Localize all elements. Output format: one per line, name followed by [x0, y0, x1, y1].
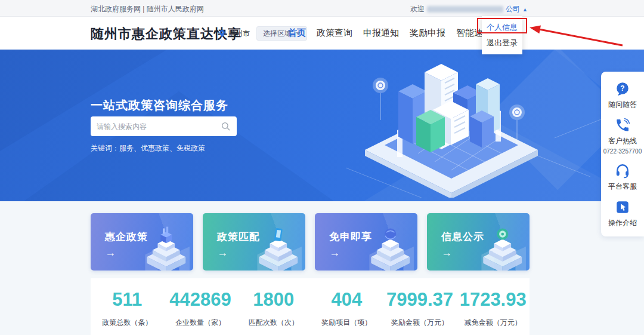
topbar: 湖北政府服务网 | 随州市人民政府网 欢迎 公司 ▲	[0, 0, 644, 17]
gov-site-links[interactable]: 湖北政府服务网 | 随州市人民政府网	[91, 4, 204, 14]
hero-banner: 一站式政策咨询综合服务 关键词：服务、优惠政策、免税政策	[0, 50, 644, 201]
arrow-right-icon: →	[329, 247, 340, 259]
nav-item-policy-search[interactable]: 政策查询	[317, 27, 352, 39]
stat-label: 企业数量（家）	[175, 318, 225, 328]
location-group: 随州市	[218, 29, 250, 39]
service-qa-label: 随问随答	[608, 100, 637, 110]
phone-icon	[615, 118, 630, 133]
card-pyramid-illustration	[247, 222, 304, 271]
stat-reduction-amount: 1723.93 减免金额（万元）	[456, 289, 530, 328]
chevron-up-icon: ▲	[522, 7, 528, 13]
stat-reward-projects: 404 奖励项目（项）	[310, 289, 383, 328]
stat-value: 7999.37	[386, 289, 453, 311]
service-platform-support[interactable]: 平台客服	[608, 163, 637, 192]
stat-value: 404	[331, 289, 362, 311]
menu-item-profile[interactable]: 个人信息	[482, 20, 522, 35]
arrow-right-icon: →	[105, 247, 116, 259]
service-hotline[interactable]: 客户热线 0722-3257700	[603, 118, 642, 155]
nav-item-reward-declaration[interactable]: 奖励申报	[410, 27, 445, 39]
card-title: 免申即享	[329, 230, 372, 244]
user-account-menu-toggle[interactable]: 欢迎 公司 ▲	[410, 4, 528, 14]
arrow-right-icon: →	[217, 247, 228, 259]
stat-label: 政策总数（条）	[102, 318, 152, 328]
company-name-redacted	[427, 6, 503, 13]
stat-value: 511	[112, 289, 142, 311]
hero-title: 一站式政策咨询综合服务	[91, 97, 228, 113]
card-title: 惠企政策	[105, 230, 148, 244]
search-icon[interactable]	[221, 121, 231, 131]
current-city: 随州市	[228, 29, 250, 39]
stat-label: 奖励金额（万元）	[391, 318, 448, 328]
region-select-label: 选择区域	[263, 29, 292, 39]
user-dropdown-menu: 个人信息 退出登录	[482, 16, 522, 54]
stat-label: 奖励项目（项）	[321, 318, 371, 328]
stat-match-count: 1800 匹配次数（次）	[237, 289, 310, 328]
headset-icon	[615, 163, 630, 179]
company-suffix: 公司	[506, 4, 520, 14]
isometric-city-illustration	[340, 54, 602, 198]
arrow-right-icon: →	[441, 247, 452, 259]
service-guide[interactable]: 操作介绍	[608, 199, 637, 228]
question-chat-icon: ?	[615, 81, 630, 97]
card-policy-match[interactable]: 政策匹配 →	[203, 213, 305, 271]
card-pyramid-illustration	[359, 222, 416, 271]
header: 随州市惠企政策直达快享 随州市 选择区域 首页 政策查询 申报通知 奖励申报 智…	[0, 17, 644, 50]
stat-enterprise-count: 442869 企业数量（家）	[164, 289, 237, 328]
hotline-number: 0722-3257700	[603, 148, 642, 155]
stat-policy-total: 511 政策总数（条）	[91, 289, 164, 328]
floating-service-panel: ? 随问随答 客户热线 0722-3257700 平台客服	[601, 72, 644, 236]
service-guide-label: 操作介绍	[608, 218, 637, 228]
search-input[interactable]	[97, 122, 221, 131]
statistics-strip: 511 政策总数（条） 442869 企业数量（家） 1800 匹配次数（次） …	[91, 278, 530, 335]
stat-reward-amount: 7999.37 奖励金额（万元）	[383, 289, 457, 328]
card-pyramid-illustration	[471, 222, 528, 271]
click-hand-icon	[615, 199, 630, 215]
search-box	[91, 116, 237, 136]
card-title: 政策匹配	[217, 230, 260, 244]
service-qa[interactable]: ? 随问随答	[608, 81, 637, 110]
nav-item-declaration-notice[interactable]: 申报通知	[363, 27, 399, 39]
page: 湖北政府服务网 | 随州市人民政府网 欢迎 公司 ▲ 随州市惠企政策直达快享 随…	[0, 0, 644, 335]
svg-text:?: ?	[620, 84, 624, 93]
card-benefit-policy[interactable]: 惠企政策 →	[91, 213, 193, 271]
service-hotline-label: 客户热线	[608, 136, 637, 146]
quick-entry-cards: 惠企政策 → 政策匹配 →	[91, 213, 530, 271]
stat-value: 442869	[169, 289, 231, 311]
stat-label: 匹配次数（次）	[249, 318, 299, 328]
main-nav: 首页 政策查询 申报通知 奖励申报 智能速配 利	[288, 17, 512, 50]
location-pin-icon	[218, 29, 226, 38]
stat-value: 1800	[253, 289, 294, 311]
card-title: 信息公示	[441, 230, 484, 244]
menu-item-logout[interactable]: 退出登录	[482, 35, 522, 51]
card-pyramid-illustration	[135, 222, 192, 271]
service-platform-support-label: 平台客服	[608, 182, 637, 192]
card-enjoy-without-apply[interactable]: 免申即享 →	[315, 213, 417, 271]
stat-value: 1723.93	[460, 289, 527, 311]
nav-item-home[interactable]: 首页	[288, 27, 306, 39]
stat-label: 减免金额（万元）	[465, 318, 522, 328]
welcome-text: 欢迎	[410, 4, 425, 14]
card-info-disclosure[interactable]: 信息公示 →	[427, 213, 530, 271]
hot-keywords[interactable]: 关键词：服务、优惠政策、免税政策	[91, 143, 205, 153]
